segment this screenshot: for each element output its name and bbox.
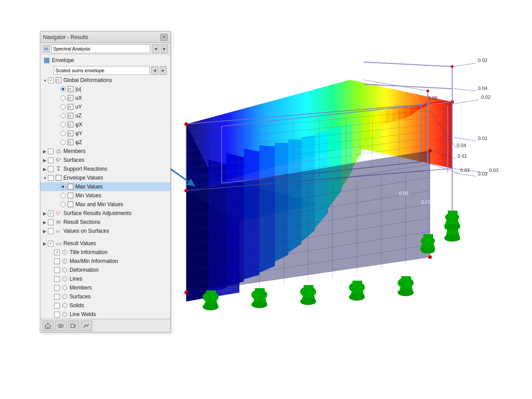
tree-item-members2[interactable]: Members <box>40 283 170 292</box>
expander-surfaces[interactable]: ▶ <box>42 157 47 163</box>
radio-max-values[interactable] <box>60 184 66 189</box>
checkbox-deformation[interactable] <box>54 267 60 273</box>
tree-item-uy[interactable]: Π uY <box>40 102 170 111</box>
svg-rect-80 <box>255 288 265 296</box>
label-deformation: Deformation <box>70 267 98 273</box>
svg-rect-76 <box>206 290 216 298</box>
label-abs-u: |u| <box>75 86 81 92</box>
svg-text:0.02: 0.02 <box>478 58 487 63</box>
radio-uy[interactable] <box>60 104 66 110</box>
toolbar-record-button[interactable] <box>68 321 79 331</box>
expander-surface-results[interactable]: ▶ <box>42 211 47 216</box>
tree-item-result-sections[interactable]: ▶ Result Sections <box>40 218 170 227</box>
panel-close-button[interactable]: × <box>160 34 168 41</box>
svg-rect-171 <box>56 175 61 180</box>
tree-item-max-min-values[interactable]: Max and Min Values <box>40 200 170 209</box>
tree-item-max-values[interactable]: Max Values <box>40 182 170 191</box>
svg-rect-132 <box>423 234 433 242</box>
radio-phix[interactable] <box>60 122 66 127</box>
svg-text:Π: Π <box>68 114 71 118</box>
checkbox-surfaces[interactable] <box>48 157 54 163</box>
scaled-prev-button[interactable]: ◄ <box>151 66 158 75</box>
icon-min-values <box>67 192 74 199</box>
spectral-analysis-dropdown[interactable]: Spectral Analysis <box>51 44 150 53</box>
svg-point-182 <box>63 250 67 254</box>
spectral-prev-button[interactable]: ◄ <box>152 44 159 53</box>
svg-text:Π: Π <box>68 132 71 136</box>
icon-line-welds <box>61 311 68 318</box>
svg-point-188 <box>63 286 67 290</box>
label-line-welds: Line Welds <box>70 311 96 317</box>
expander-envelope-values[interactable]: ▾ <box>42 175 47 180</box>
checkbox-maxmin-info[interactable] <box>54 258 60 264</box>
tree-item-deformation[interactable]: Deformation <box>40 266 170 274</box>
checkbox-values-on-surfaces[interactable] <box>48 228 54 234</box>
expander-result-sections[interactable]: ▶ <box>42 219 47 225</box>
checkbox-result-values[interactable] <box>48 241 54 246</box>
expander-support-reactions[interactable]: ▶ <box>42 166 47 172</box>
svg-text:0.05: 0.05 <box>421 200 430 205</box>
envelope-label: Envelope <box>52 57 74 63</box>
tree-item-result-values[interactable]: ▶ xxx Result Values <box>40 239 170 248</box>
tree-item-phiy[interactable]: Π φY <box>40 129 170 138</box>
label-surfaces: Surfaces <box>63 157 84 163</box>
svg-text:Π: Π <box>68 87 71 92</box>
checkbox-surfaces2[interactable] <box>54 294 60 300</box>
toolbar-home-button[interactable] <box>42 321 54 331</box>
checkbox-lines[interactable] <box>54 276 60 282</box>
radio-uz[interactable] <box>60 113 66 118</box>
tree-item-envelope-values[interactable]: ▾ Envelope Values <box>40 173 170 182</box>
checkbox-members2[interactable] <box>54 285 60 291</box>
expander-members[interactable]: ▶ <box>42 149 47 154</box>
tree-item-ux[interactable]: Π uX <box>40 94 170 102</box>
radio-max-min-values[interactable] <box>60 202 66 207</box>
tree-item-members[interactable]: ▶ Members <box>40 147 170 156</box>
tree-item-support-reactions[interactable]: ▶ Support Reactions <box>40 164 170 173</box>
icon-global-deformations: Π <box>55 77 62 84</box>
svg-marker-167 <box>56 159 58 162</box>
tree-item-global-deformations[interactable]: ▾ Π Global Deformations <box>40 76 170 85</box>
radio-ux[interactable] <box>60 95 66 101</box>
radio-phiz[interactable] <box>60 140 66 145</box>
tree-item-line-welds[interactable]: Line Welds <box>40 310 170 319</box>
icon-maxmin-info: i <box>61 258 68 265</box>
checkbox-line-welds[interactable] <box>54 312 60 317</box>
tree-item-surfaces2[interactable]: Surfaces <box>40 292 170 301</box>
checkbox-surface-results[interactable] <box>48 211 54 216</box>
tree-item-title-info[interactable]: i Title Information <box>40 248 170 257</box>
checkbox-members[interactable] <box>48 149 54 154</box>
checkbox-support-reactions[interactable] <box>48 166 54 172</box>
checkbox-title-info[interactable] <box>54 250 60 255</box>
tree-item-uz[interactable]: Π uZ <box>40 111 170 120</box>
tree-item-solids[interactable]: Solids <box>40 301 170 310</box>
label-support-reactions: Support Reactions <box>63 166 107 172</box>
tree-item-surface-results[interactable]: ▶ Surface Results Adjustments <box>40 209 170 218</box>
label-phiy: φY <box>75 130 82 137</box>
checkbox-global-deformations[interactable] <box>48 78 54 83</box>
svg-text:0.02: 0.02 <box>481 94 490 100</box>
checkbox-result-sections[interactable] <box>48 219 54 225</box>
expander-values-on-surfaces[interactable]: ▶ <box>42 228 47 234</box>
spectral-next-button[interactable]: ► <box>161 44 168 53</box>
tree-item-min-values[interactable]: Min Values <box>40 191 170 200</box>
tree-item-abs-u[interactable]: Π |u| <box>40 85 170 94</box>
toolbar-chart-button[interactable] <box>81 321 92 331</box>
toolbar-visibility-button[interactable] <box>55 321 66 331</box>
icon-phix: Π <box>67 121 74 128</box>
checkbox-envelope-values[interactable] <box>48 175 54 181</box>
radio-min-values[interactable] <box>60 193 66 198</box>
envelope-checkbox[interactable] <box>44 58 50 63</box>
tree-item-values-on-surfaces[interactable]: ▶ xx Values on Surfaces <box>40 227 170 235</box>
scaled-sums-dropdown[interactable]: Scaled sums envelope <box>54 66 150 75</box>
scaled-next-button[interactable]: ► <box>160 66 167 75</box>
tree-item-maxmin-info[interactable]: i Max/Min Information <box>40 257 170 266</box>
radio-abs-u[interactable] <box>60 86 66 92</box>
tree-item-surfaces[interactable]: ▶ Surfaces <box>40 156 170 164</box>
tree-item-phix[interactable]: Π φX <box>40 120 170 129</box>
expander-global-deformations[interactable]: ▾ <box>42 78 47 83</box>
tree-item-lines[interactable]: Lines <box>40 274 170 283</box>
expander-result-values[interactable]: ▶ <box>42 241 47 246</box>
checkbox-solids[interactable] <box>54 303 60 309</box>
radio-phiy[interactable] <box>60 131 66 136</box>
tree-item-phiz[interactable]: Π φZ <box>40 138 170 147</box>
